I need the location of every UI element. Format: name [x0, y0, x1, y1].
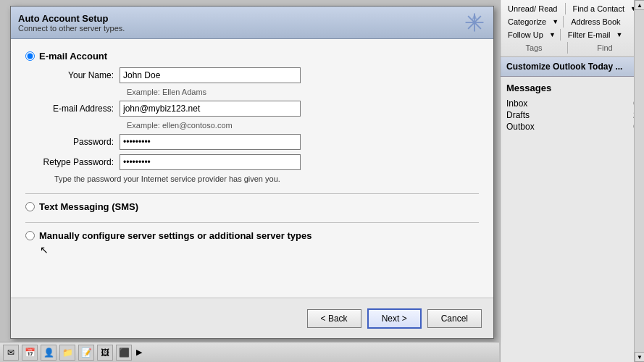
cursor-indicator: ↖	[40, 244, 479, 256]
taskbar-notes-icon[interactable]: 📝	[78, 345, 94, 361]
your-name-example: Example: Ellen Adams	[127, 88, 479, 96]
cursor-arrow-icon: ↖	[40, 244, 49, 256]
messages-section: Messages Inbox 0 Drafts 2 Outbox 0	[501, 77, 644, 138]
inbox-label: Inbox	[506, 98, 527, 109]
taskbar-arrow-icon[interactable]: ▶	[136, 348, 142, 357]
your-name-row: Your Name:	[40, 67, 479, 83]
email-form: Your Name: Example: Ellen Adams E-mail A…	[40, 67, 479, 183]
password-input[interactable]	[120, 134, 301, 150]
cancel-button[interactable]: Cancel	[427, 309, 482, 328]
email-account-label: E-mail Account	[39, 51, 107, 62]
manual-configure-radio[interactable]	[25, 231, 35, 240]
toolbar-row-3: Follow Up ▼ Filter E-mail ▼	[505, 29, 640, 41]
tags-label: Tags	[505, 43, 563, 52]
taskbar-contacts-icon[interactable]: 👤	[41, 345, 57, 361]
drafts-label: Drafts	[506, 110, 530, 120]
taskbar-mail-icon[interactable]: ✉	[3, 345, 19, 361]
scroll-up-button[interactable]: ▲	[635, 0, 644, 10]
email-setup-icon	[463, 11, 486, 34]
password-hint: Type the password your Internet service …	[54, 174, 479, 183]
taskbar-folder-icon[interactable]: 📁	[59, 345, 75, 361]
retype-password-row: Retype Password:	[40, 154, 479, 170]
outbox-row: Outbox 0	[506, 121, 638, 132]
email-account-radio-label[interactable]: E-mail Account	[25, 51, 479, 62]
back-button[interactable]: < Back	[307, 309, 361, 328]
text-messaging-radio-label[interactable]: Text Messaging (SMS)	[25, 201, 479, 212]
find-contact-button[interactable]: Find a Contact	[570, 3, 628, 14]
taskbar-calendar-icon[interactable]: 📅	[22, 345, 38, 361]
email-address-row: E-mail Address:	[40, 101, 479, 117]
unread-read-button[interactable]: Unread/ Read	[505, 3, 561, 14]
follow-up-button[interactable]: Follow Up	[505, 29, 546, 41]
follow-up-dropdown-icon[interactable]: ▼	[549, 31, 556, 38]
dialog-content: E-mail Account Your Name: Example: Ellen…	[11, 39, 493, 277]
find-label: Find	[572, 43, 637, 52]
retype-password-label: Retype Password:	[40, 157, 120, 167]
text-messaging-label: Text Messaging (SMS)	[39, 201, 138, 212]
toolbar-row-2: Categorize ▼ Address Book	[505, 16, 640, 28]
taskbar-more-icon[interactable]: ⬛	[116, 345, 132, 361]
email-account-radio[interactable]	[25, 51, 35, 61]
outbox-label: Outbox	[506, 122, 535, 132]
password-row: Password:	[40, 134, 479, 150]
right-toolbar: Unread/ Read Find a Contact ▼ Categorize…	[501, 0, 644, 57]
toolbar-divider-4	[567, 42, 568, 54]
toolbar-divider-2	[563, 16, 564, 28]
manual-configure-radio-label[interactable]: Manually configure server settings or ad…	[25, 230, 479, 241]
your-name-input[interactable]	[120, 67, 301, 83]
filter-email-button[interactable]: Filter E-mail	[565, 29, 614, 41]
toolbar-row-4: Tags Find	[505, 42, 640, 54]
dialog-footer: < Back Next > Cancel	[11, 298, 493, 338]
manual-configure-section: Manually configure server settings or ad…	[25, 230, 479, 256]
auto-account-setup-dialog: Auto Account Setup Connect to other serv…	[10, 6, 494, 339]
scroll-down-button[interactable]: ▼	[635, 352, 644, 362]
retype-password-input[interactable]	[120, 154, 301, 170]
email-address-example: Example: ellen@contoso.com	[127, 121, 479, 130]
separator-1	[25, 193, 479, 194]
messages-header: Messages	[506, 83, 638, 93]
dialog-title-text: Auto Account Setup Connect to other serv…	[18, 13, 125, 33]
next-button[interactable]: Next >	[367, 308, 422, 329]
email-account-section: E-mail Account Your Name: Example: Ellen…	[25, 51, 479, 183]
scrollbar[interactable]: ▲ ▼	[634, 0, 644, 362]
dialog-titlebar: Auto Account Setup Connect to other serv…	[11, 7, 493, 39]
email-address-input[interactable]	[120, 101, 301, 117]
taskbar-image-icon[interactable]: 🖼	[97, 345, 113, 361]
address-book-button[interactable]: Address Book	[568, 16, 623, 28]
inbox-row: Inbox 0	[506, 98, 638, 109]
text-messaging-radio[interactable]	[25, 202, 35, 211]
toolbar-divider-3	[560, 29, 561, 41]
toolbar-row-1: Unread/ Read Find a Contact ▼	[505, 3, 640, 14]
email-address-label: E-mail Address:	[40, 104, 120, 114]
dialog-title-sub: Connect to other server types.	[18, 24, 125, 33]
your-name-label: Your Name:	[40, 70, 120, 80]
categorize-dropdown-icon[interactable]: ▼	[552, 18, 559, 25]
dialog-title-main: Auto Account Setup	[18, 13, 125, 24]
toolbar-divider	[565, 3, 566, 14]
filter-email-dropdown-icon[interactable]: ▼	[616, 31, 623, 38]
categorize-button[interactable]: Categorize	[505, 16, 549, 28]
taskbar: ✉ 📅 👤 📁 📝 🖼 ⬛ ▶	[0, 342, 499, 362]
manual-configure-label: Manually configure server settings or ad…	[39, 230, 311, 241]
drafts-row: Drafts 2	[506, 109, 638, 121]
right-panel: ▲ ▼ Unread/ Read Find a Contact ▼ Catego…	[500, 0, 644, 362]
separator-2	[25, 222, 479, 223]
password-label: Password:	[40, 137, 120, 147]
text-messaging-section: Text Messaging (SMS)	[25, 201, 479, 212]
customize-outlook-today-title[interactable]: Customize Outlook Today ...	[501, 57, 644, 77]
